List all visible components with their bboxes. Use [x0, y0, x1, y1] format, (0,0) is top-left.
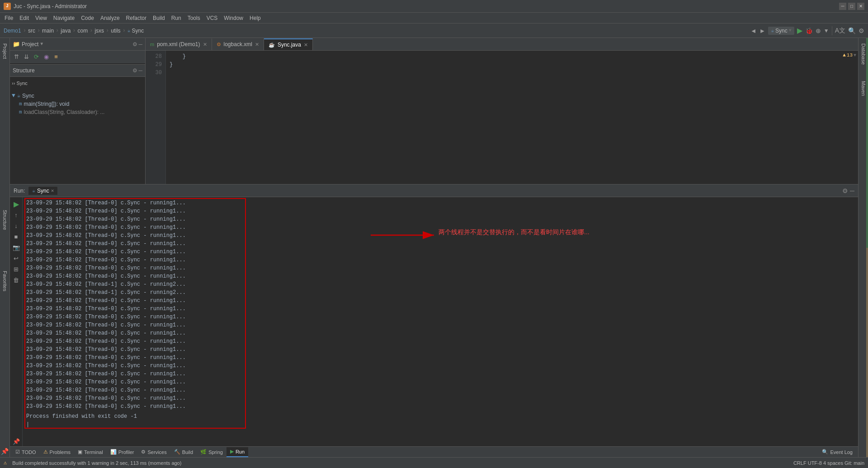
- menu-code[interactable]: Code: [78, 14, 97, 22]
- run-delete-btn[interactable]: 🗑: [11, 275, 21, 285]
- run-tab-sync[interactable]: ☕ Sync ✕: [28, 187, 57, 195]
- tab-sync-close[interactable]: ✕: [304, 42, 308, 48]
- tree-item-main[interactable]: m main(String[]): void: [10, 100, 145, 108]
- code-editor[interactable]: 28 29 30 } } ▲ 13 ▼: [146, 51, 858, 184]
- todo-label: TODO: [22, 449, 36, 455]
- collapse-all-btn[interactable]: ⇈: [12, 52, 21, 61]
- flatten-btn[interactable]: ≡: [52, 52, 61, 61]
- project-close-btn[interactable]: ─: [138, 41, 142, 47]
- line-num-29: 29: [146, 61, 165, 69]
- title-bar: J Juc - Sync.java - Administrator ─ □ ✕: [0, 0, 868, 13]
- minimize-button[interactable]: ─: [839, 3, 846, 10]
- warning-indicator[interactable]: ▲ 13 ▼: [843, 52, 856, 58]
- log-line-15: 23-09-29 15:48:02 [Thread-0] c.Sync - ru…: [26, 321, 854, 329]
- breadcrumb-demo1[interactable]: Demo1: [4, 28, 21, 34]
- warning-chevron[interactable]: ▼: [854, 53, 856, 58]
- menu-tools[interactable]: Tools: [185, 14, 203, 22]
- tab-problems[interactable]: ⚠ Problems: [40, 447, 74, 457]
- menu-view[interactable]: View: [33, 14, 50, 22]
- run-minimize-btn[interactable]: ─: [850, 187, 854, 194]
- run-icon: ▶: [230, 449, 234, 454]
- run-camera-btn[interactable]: 📷: [11, 242, 21, 252]
- menu-refactor[interactable]: Refactor: [123, 14, 149, 22]
- menu-navigate[interactable]: Navigate: [51, 14, 77, 22]
- tab-pom-close[interactable]: ✕: [203, 42, 207, 47]
- tab-run[interactable]: ▶ Run: [226, 447, 248, 457]
- tree-item-sync[interactable]: ▼ ☕ Sync: [10, 91, 145, 100]
- autoscroll-btn[interactable]: ⟳: [32, 52, 41, 61]
- event-log-btn[interactable]: 🔍 Event Log: [818, 447, 856, 457]
- run-stop-btn[interactable]: ■: [11, 232, 21, 241]
- structure-collapse-btn[interactable]: ─: [138, 67, 142, 74]
- back-button[interactable]: ◄: [750, 27, 757, 34]
- tab-sync[interactable]: ☕ Sync.java ✕: [264, 38, 313, 50]
- run-play-btn[interactable]: ▶: [11, 199, 21, 209]
- status-bar: ⚠ Build completed successfully with 1 wa…: [0, 457, 868, 468]
- run-settings-btn[interactable]: ⚙: [842, 187, 848, 194]
- breadcrumb-sync[interactable]: Sync: [132, 28, 144, 34]
- translate-button[interactable]: A文: [835, 27, 845, 35]
- log-line-7: 23-09-29 15:48:02 [Thread-0] c.Sync - ru…: [26, 256, 854, 264]
- debug-button[interactable]: 🐞: [805, 27, 813, 34]
- menu-analyze[interactable]: Analyze: [98, 14, 123, 22]
- scope-btn[interactable]: ◉: [42, 52, 51, 61]
- expand-all-btn[interactable]: ⇊: [22, 52, 31, 61]
- breadcrumb-src[interactable]: src: [28, 28, 35, 34]
- tree-item-loadclass[interactable]: m loadClass(String, Classloader): ...: [10, 108, 145, 116]
- run-body: ▶ ↑ ↓ ■ 📷 ↩ ⊞ 🗑 📌 23-09-29 15:48:02 [Thr…: [10, 197, 858, 446]
- more-run-button[interactable]: ▼: [824, 28, 829, 34]
- pin-icon[interactable]: 📌: [1, 448, 9, 455]
- coverage-button[interactable]: ⊕: [816, 27, 821, 34]
- run-config-label[interactable]: Sync: [775, 28, 788, 34]
- tab-logback[interactable]: ⚙ logback.xml ✕: [212, 38, 264, 50]
- favorites-tab[interactable]: Favorites: [2, 271, 8, 291]
- tab-sync-label: Sync.java: [278, 42, 301, 48]
- breadcrumb-com[interactable]: com: [78, 28, 88, 34]
- tab-pom[interactable]: m pom.xml (Demo1) ✕: [146, 38, 212, 50]
- project-settings-btn[interactable]: ⚙: [132, 41, 137, 47]
- search-button[interactable]: 🔍: [848, 27, 856, 34]
- run-format-btn[interactable]: ⊞: [11, 264, 21, 274]
- menu-edit[interactable]: Edit: [17, 14, 32, 22]
- maximize-button[interactable]: □: [848, 3, 855, 10]
- tab-todo[interactable]: ☑ TODO: [12, 447, 40, 457]
- breadcrumb-jsxs[interactable]: jsxs: [94, 28, 104, 34]
- menu-help[interactable]: Help: [247, 14, 264, 22]
- event-log-icon: 🔍: [822, 449, 828, 455]
- run-down-btn[interactable]: ↓: [11, 221, 21, 231]
- structure-tab-left[interactable]: Structure: [2, 210, 8, 230]
- project-tab[interactable]: Project: [2, 43, 8, 59]
- tab-profiler[interactable]: 📊 Profiler: [107, 447, 138, 457]
- close-button[interactable]: ✕: [857, 3, 864, 10]
- menu-vcs[interactable]: VCS: [204, 14, 221, 22]
- cursor-line[interactable]: |: [26, 421, 854, 429]
- log-line-11: 23-09-29 15:48:02 [Thread-1] c.Sync - ru…: [26, 288, 854, 297]
- menu-run[interactable]: Run: [169, 14, 184, 22]
- line-num-30: 30: [146, 69, 165, 77]
- run-button[interactable]: ▶: [797, 26, 802, 35]
- menu-build[interactable]: Build: [150, 14, 168, 22]
- run-pin-btn[interactable]: 📌: [11, 436, 21, 446]
- menu-file[interactable]: File: [2, 14, 16, 22]
- breadcrumb-utils[interactable]: utils: [111, 28, 120, 34]
- tab-spring[interactable]: 🌿 Spring: [197, 447, 226, 457]
- run-tab-close[interactable]: ✕: [51, 188, 54, 194]
- run-wrap-btn[interactable]: ↩: [11, 253, 21, 263]
- menu-window[interactable]: Window: [221, 14, 246, 22]
- code-content[interactable]: } }: [166, 51, 858, 184]
- settings-button[interactable]: ⚙: [859, 27, 864, 34]
- run-up-btn[interactable]: ↑: [11, 210, 21, 220]
- forward-button[interactable]: ►: [760, 27, 766, 34]
- run-output[interactable]: 23-09-29 15:48:02 [Thread-0] c.Sync - ru…: [23, 197, 858, 446]
- structure-settings-btn[interactable]: ⚙: [132, 67, 137, 74]
- run-tab-icon: ☕: [32, 188, 35, 194]
- breadcrumb-java[interactable]: java: [61, 28, 71, 34]
- tab-bar: m pom.xml (Demo1) ✕ ⚙ logback.xml ✕ ☕ Sy…: [146, 38, 858, 51]
- problems-icon: ⚠: [43, 449, 48, 455]
- tab-terminal[interactable]: ▣ Terminal: [74, 447, 107, 457]
- tab-logback-close[interactable]: ✕: [255, 42, 259, 47]
- tab-build[interactable]: 🔨 Build: [170, 447, 197, 457]
- project-dropdown-icon[interactable]: ▼: [40, 42, 43, 47]
- breadcrumb-main[interactable]: main: [42, 28, 54, 34]
- tab-services[interactable]: ⚙ Services: [137, 447, 170, 457]
